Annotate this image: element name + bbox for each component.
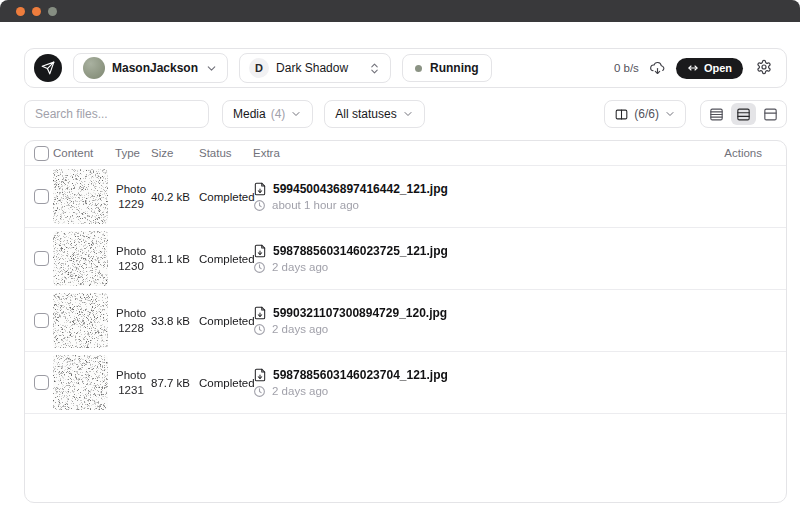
row-checkbox[interactable] [34,251,49,266]
row-checkbox[interactable] [34,313,49,328]
chevron-down-icon [290,108,302,120]
file-name: 5987885603146023725_121.jpg [273,244,448,258]
status-filter-dropdown[interactable]: All statuses [324,100,424,128]
file-time: 2 days ago [272,261,328,273]
channel-select[interactable]: D Dark Shadow [239,53,391,83]
file-size: 81.1 kB [151,253,195,265]
media-dropdown-label: Media [233,107,266,121]
file-type: Photo [115,182,147,197]
channel-initial-badge: D [249,58,269,78]
file-status: Completed [199,191,249,203]
chevrons-up-down-icon [368,62,381,75]
files-table: Content Type Size Status Extra Actions P… [24,140,787,503]
photo-thumbnail[interactable] [53,355,108,410]
select-all-checkbox[interactable] [34,146,49,161]
table-row: Photo 1228 33.8 kB Completed 59903211073… [25,290,786,352]
photo-thumbnail[interactable] [53,293,108,348]
columns-icon [614,107,629,122]
file-type-id: 1230 [115,259,147,274]
header-actions: Actions [692,147,762,159]
density-spacious-button[interactable] [758,103,783,125]
clock-icon [253,323,266,336]
file-down-icon [253,368,267,382]
clock-icon [253,261,266,274]
row-actions [692,382,762,383]
window-close-button[interactable] [16,7,25,16]
account-select[interactable]: MasonJackson [73,53,228,83]
telegram-logo-icon [34,54,62,82]
file-down-icon [253,306,267,320]
media-dropdown-count: (4) [271,107,286,121]
clock-icon [253,385,266,398]
download-speed: 0 b/s [614,62,639,74]
status-filter-label: All statuses [335,107,396,121]
file-down-icon [253,182,267,196]
photo-thumbnail[interactable] [53,169,108,224]
move-horizontal-icon [687,62,699,74]
rows-comfortable-icon [735,106,752,123]
chevron-down-icon [205,62,218,75]
status-label: Running [430,61,479,75]
columns-visibility-dropdown[interactable]: (6/6) [604,100,686,128]
row-density-segmented-control [700,100,787,128]
row-actions [692,196,762,197]
account-name: MasonJackson [112,61,198,75]
open-button-label: Open [704,62,732,74]
status-dot-icon [415,65,422,72]
file-type-id: 1229 [115,197,147,212]
file-type: Photo [115,368,147,383]
file-name: 5987885603146023704_121.jpg [273,368,448,382]
titlebar [0,0,800,22]
open-button[interactable]: Open [676,58,743,79]
file-size: 40.2 kB [151,191,195,203]
file-down-icon [253,244,267,258]
table-row: Photo 1231 87.7 kB Completed 59878856031… [25,352,786,414]
file-status: Completed [199,377,249,389]
file-time: 2 days ago [272,385,328,397]
table-row: Photo 1229 40.2 kB Completed 59945004368… [25,166,786,228]
header-type: Type [115,147,147,159]
file-time: 2 days ago [272,323,328,335]
top-toolbar: MasonJackson D Dark Shadow Running 0 b/s [24,48,787,88]
settings-button[interactable] [754,57,774,80]
row-checkbox[interactable] [34,189,49,204]
rows-compact-icon [708,106,725,123]
gear-icon [756,59,772,75]
file-size: 33.8 kB [151,315,195,327]
header-extra: Extra [253,147,688,159]
file-name: 5990321107300894729_120.jpg [273,306,447,320]
density-comfortable-button[interactable] [731,103,756,125]
header-size: Size [151,147,195,159]
channel-name: Dark Shadow [276,61,361,75]
file-name: 5994500436897416442_121.jpg [273,182,448,196]
window-maximize-button[interactable] [48,7,57,16]
file-type: Photo [115,244,147,259]
photo-thumbnail[interactable] [53,231,108,286]
file-type-id: 1231 [115,383,147,398]
clock-icon [253,199,266,212]
file-type-id: 1228 [115,321,147,336]
file-status: Completed [199,315,249,327]
rows-spacious-icon [762,106,779,123]
file-status: Completed [199,253,249,265]
media-type-dropdown[interactable]: Media (4) [222,100,313,128]
status-indicator: Running [402,54,492,82]
header-status: Status [199,147,249,159]
chevron-down-icon [664,108,676,120]
row-checkbox[interactable] [34,375,49,390]
chevron-down-icon [402,108,414,120]
header-content: Content [53,147,111,159]
table-header-row: Content Type Size Status Extra Actions [25,141,786,166]
row-actions [692,320,762,321]
columns-count: (6/6) [634,107,659,121]
search-input[interactable] [24,100,209,128]
main-content: MasonJackson D Dark Shadow Running 0 b/s [0,48,800,503]
file-time: about 1 hour ago [272,199,359,211]
row-actions [692,258,762,259]
file-size: 87.7 kB [151,377,195,389]
density-compact-button[interactable] [704,103,729,125]
account-avatar [83,57,105,79]
table-row: Photo 1230 81.1 kB Completed 59878856031… [25,228,786,290]
window-minimize-button[interactable] [32,7,41,16]
filter-bar: Media (4) All statuses (6/6) [24,100,787,128]
